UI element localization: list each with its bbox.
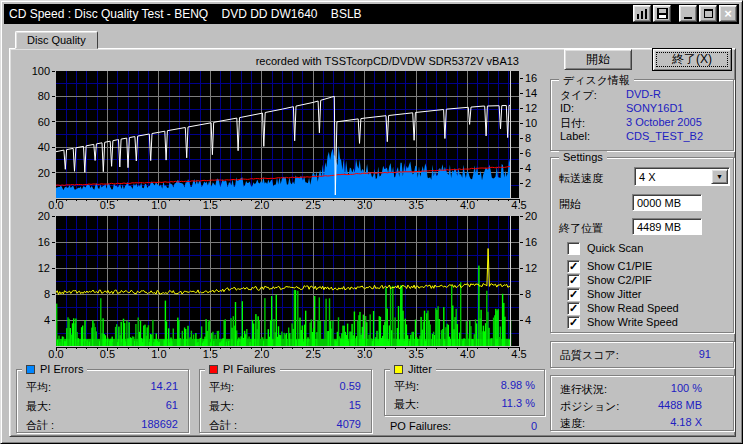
svg-text:6: 6 — [525, 147, 531, 159]
disc-id-value: SONY16D1 — [626, 102, 683, 114]
svg-text:3.5: 3.5 — [408, 199, 423, 211]
svg-text:2.5: 2.5 — [306, 348, 321, 360]
svg-text:100: 100 — [32, 65, 50, 77]
checkbox-box[interactable]: ✓ — [567, 316, 580, 329]
svg-text:0.5: 0.5 — [100, 348, 115, 360]
stat-value: 4079 — [337, 418, 361, 430]
floppy-icon — [657, 8, 668, 19]
svg-text:40: 40 — [38, 141, 50, 153]
checkbox-box[interactable]: ✓ — [567, 260, 580, 273]
copy-chart-button[interactable] — [633, 5, 651, 22]
svg-text:4: 4 — [525, 162, 531, 174]
speed-status-value: 4.18 X — [670, 416, 702, 428]
checkbox-show-c1-pie[interactable]: ✓Show C1/PIE — [567, 259, 652, 273]
disc-type-label: タイプ: — [560, 88, 597, 103]
stat-label: 最大: — [209, 399, 234, 414]
disc-label-value: CDS_TEST_B2 — [626, 130, 703, 142]
checkbox-show-read-speed[interactable]: ✓Show Read Speed — [567, 301, 679, 315]
checkbox-show-c2-pif[interactable]: ✓Show C2/PIF — [567, 273, 652, 287]
svg-text:20: 20 — [38, 211, 50, 222]
tab-disc-quality[interactable]: Disc Quality — [15, 31, 98, 49]
svg-text:0.5: 0.5 — [100, 199, 115, 211]
svg-text:16: 16 — [525, 72, 537, 84]
svg-text:2.5: 2.5 — [306, 199, 321, 211]
svg-text:4.0: 4.0 — [460, 348, 475, 360]
disc-info-group: ディスク情報 タイプ:DVD-R ID:SONY16D1 日付:3 Octobe… — [550, 79, 734, 151]
svg-text:1.0: 1.0 — [151, 348, 166, 360]
po-failures-value: 0 — [531, 420, 537, 432]
stat-value: 15 — [349, 399, 361, 411]
svg-text:12: 12 — [38, 262, 50, 274]
maximize-icon — [704, 9, 713, 18]
svg-text:2.0: 2.0 — [254, 199, 269, 211]
stat-value: 188692 — [141, 418, 178, 430]
disc-label-label: Label: — [560, 130, 590, 142]
svg-text:20: 20 — [38, 167, 50, 179]
disc-id-label: ID: — [560, 102, 574, 114]
svg-text:recorded with TSSTcorpCD/DVDW: recorded with TSSTcorpCD/DVDW SDR5372V v… — [256, 55, 519, 67]
checkbox-show-write-speed[interactable]: ✓Show Write Speed — [567, 315, 678, 329]
start-pos-label: 開始 — [559, 197, 581, 212]
pi-failures-box: PI Failures 平均:0.59 最大:15 合計 :4079 — [199, 369, 372, 433]
pi-errors-color-swatch — [26, 365, 35, 374]
stat-label: 最大: — [394, 397, 419, 412]
stat-value: 0.59 — [340, 380, 361, 392]
disc-date-label: 日付: — [560, 116, 585, 131]
checkbox-quick-scan[interactable]: Quick Scan — [567, 241, 643, 255]
stat-label: 平均: — [26, 380, 51, 395]
svg-text:8: 8 — [44, 288, 50, 300]
start-pos-input[interactable]: 0000 MB — [632, 194, 702, 211]
settings-legend: Settings — [559, 151, 607, 163]
close-icon: × — [724, 9, 732, 19]
stat-label: 平均: — [394, 379, 419, 394]
checkbox-box[interactable]: ✓ — [567, 302, 580, 315]
svg-text:3.0: 3.0 — [357, 348, 372, 360]
svg-text:12: 12 — [525, 262, 537, 274]
svg-text:0.0: 0.0 — [48, 199, 63, 211]
exit-button[interactable]: 終了(X) — [652, 48, 732, 71]
svg-text:4.5: 4.5 — [511, 199, 526, 211]
position-label: ポジション: — [560, 399, 619, 414]
checkbox-box[interactable]: ✓ — [567, 274, 580, 287]
disc-date-value: 3 October 2005 — [626, 116, 702, 128]
quality-score-value: 91 — [699, 348, 711, 360]
svg-text:20: 20 — [525, 211, 537, 222]
stat-label: 最大: — [26, 399, 51, 414]
dropdown-button[interactable]: ▼ — [711, 169, 728, 184]
stat-label: 合計 : — [26, 418, 54, 433]
minimize-button[interactable] — [679, 5, 697, 22]
svg-text:0.0: 0.0 — [48, 348, 63, 360]
svg-text:4.0: 4.0 — [460, 199, 475, 211]
maximize-button[interactable] — [699, 5, 717, 22]
speed-select[interactable]: 4 X ▼ — [634, 167, 730, 186]
quality-score-box: 品質スコア:91 — [550, 341, 734, 368]
svg-text:14: 14 — [525, 87, 537, 99]
svg-text:60: 60 — [38, 116, 50, 128]
svg-text:3.5: 3.5 — [408, 348, 423, 360]
disc-info-legend: ディスク情報 — [559, 73, 634, 88]
jitter-legend: Jitter — [390, 363, 436, 375]
svg-text:8: 8 — [525, 132, 531, 144]
svg-text:16: 16 — [38, 236, 50, 248]
close-button[interactable]: × — [719, 5, 737, 22]
app-window: CD Speed : Disc Quality Test - BENQ DVD … — [0, 0, 743, 444]
titlebar[interactable]: CD Speed : Disc Quality Test - BENQ DVD … — [4, 4, 739, 24]
progress-value: 100 % — [671, 382, 702, 394]
pi-failures-legend: PI Failures — [205, 363, 280, 375]
pif-jitter-chart: 0.00.51.01.52.02.53.03.54.04.52016128420… — [15, 211, 539, 363]
start-button[interactable]: 開始 — [564, 49, 632, 70]
jitter-box: Jitter 平均:8.98 % 最大:11.3 % — [384, 369, 545, 416]
checkbox-box[interactable] — [567, 242, 580, 255]
svg-text:80: 80 — [38, 90, 50, 102]
chart-icon — [637, 9, 648, 19]
svg-text:3.0: 3.0 — [357, 199, 372, 211]
end-pos-input[interactable]: 4489 MB — [632, 218, 702, 235]
checkbox-box[interactable]: ✓ — [567, 288, 580, 301]
jitter-color-swatch — [394, 365, 403, 374]
progress-label: 進行状況: — [560, 382, 607, 397]
stat-label: 平均: — [209, 380, 234, 395]
checkbox-show-jitter[interactable]: ✓Show Jitter — [567, 287, 641, 301]
svg-text:8: 8 — [525, 288, 531, 300]
save-button[interactable] — [653, 5, 671, 22]
speed-value: 4 X — [639, 171, 656, 183]
